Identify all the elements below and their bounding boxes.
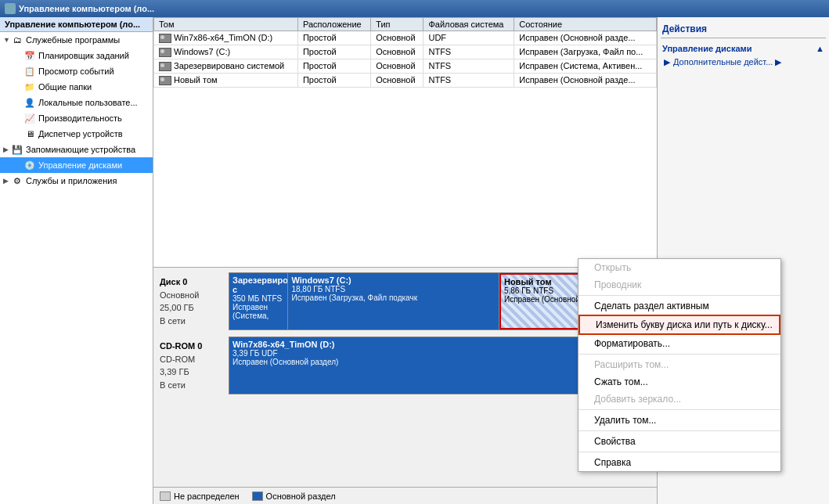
legend-item-0: Не распределен: [160, 491, 240, 501]
table-cell-2-3: NTFS: [424, 59, 514, 74]
table-header-3[interactable]: Файловая система: [424, 18, 514, 31]
context-menu-item-4[interactable]: Изменить букву диска или путь к диску...: [578, 315, 780, 335]
sidebar-item-label-local-users: Локальные пользовате...: [38, 98, 138, 107]
context-menu-item-3[interactable]: Сделать раздел активным: [578, 297, 780, 315]
table-header-0[interactable]: Том: [154, 18, 298, 31]
disk-table: ТомРасположениеТипФайловая системаСостоя…: [153, 17, 657, 88]
table-row[interactable]: Win7x86-x64_TimON (D:)ПростойОсновнойUDF…: [154, 31, 657, 45]
table-cell-1-0: Windows7 (C:): [154, 45, 298, 59]
table-header-2[interactable]: Тип: [371, 18, 424, 31]
tree-icon-task-sched: 📅: [23, 49, 36, 62]
context-menu-item-1: Проводник: [578, 276, 780, 293]
context-menu-item-11[interactable]: Удалить том...: [578, 412, 780, 429]
table-cell-3-4: Исправен (Основной разде...: [514, 74, 657, 88]
legend-box-0: [160, 491, 171, 501]
cdrom0-size: 3,39 ГБ: [160, 365, 225, 379]
more-actions-link[interactable]: ▶ Дополнительные дейст... ▶: [661, 56, 826, 69]
context-menu-item-5[interactable]: Форматировать...: [578, 335, 780, 352]
part-status-1: Исправен (Загрузка, Файл подкачк: [291, 293, 496, 302]
sidebar-item-local-users[interactable]: 👤Локальные пользовате...: [0, 95, 153, 110]
context-menu-item-15[interactable]: Справка: [578, 454, 780, 471]
actions-disk-mgmt-title[interactable]: Управление дисками ▲: [661, 41, 826, 56]
disk0-size: 25,00 ГБ: [160, 301, 225, 315]
disk0-label: Диск 0 Основной 25,00 ГБ В сети: [158, 272, 229, 330]
table-row[interactable]: Новый томПростойОсновнойNTFSИсправен (Ос…: [154, 74, 657, 88]
table-cell-0-4: Исправен (Основной разде...: [514, 31, 657, 45]
more-actions-icon: ▶: [664, 57, 670, 67]
legend-label-1: Основной раздел: [266, 491, 336, 501]
table-row[interactable]: Зарезервировано системойПростойОсновнойN…: [154, 59, 657, 74]
disk0-partition-0[interactable]: Зарезервировано с 350 МБ NTFS Исправен (…: [229, 273, 288, 329]
table-cell-0-2: Основной: [371, 31, 424, 45]
context-menu: ОткрытьПроводникСделать раздел активнымИ…: [578, 258, 781, 472]
title-bar: Управление компьютером (ло...: [0, 0, 829, 17]
sidebar-item-label-storage: Запоминающие устройства: [26, 145, 135, 154]
sidebar-item-label-device-mgr: Диспетчер устройств: [38, 129, 123, 139]
legend-bar: Не распределенОсновной раздел: [153, 487, 657, 504]
sidebar-item-event-view[interactable]: 📋Просмотр событий: [0, 63, 153, 79]
legend: Не распределенОсновной раздел: [160, 491, 336, 501]
legend-item-1: Основной раздел: [252, 491, 336, 501]
disk0-partition-1[interactable]: Windows7 (C:) 18,80 ГБ NTFS Исправен (За…: [288, 273, 499, 329]
table-row[interactable]: Windows7 (C:)ПростойОсновнойNTFSИсправен…: [154, 45, 657, 59]
sidebar-item-device-mgr[interactable]: 🖥Диспетчер устройств: [0, 126, 153, 142]
sidebar-item-label-task-sched: Планировщик заданий: [38, 51, 129, 60]
sidebar-tree: ▼🗂Служебные программы📅Планировщик задани…: [0, 32, 153, 189]
sidebar-item-storage[interactable]: ▶💾Запоминающие устройства: [0, 142, 153, 157]
part-name-1: Windows7 (C:): [291, 275, 496, 285]
cdrom0-type: CD-ROM: [160, 353, 225, 366]
sidebar-item-services[interactable]: ▶⚙Службы и приложения: [0, 173, 153, 189]
sidebar-item-label-disk-mgmt: Управление дисками: [38, 160, 122, 170]
sidebar-item-label-shared-folders: Общие папки: [38, 82, 92, 92]
table-cell-2-0: Зарезервировано системой: [154, 59, 298, 74]
actions-arrow-icon: ▲: [816, 44, 824, 53]
tree-icon-device-mgr: 🖥: [23, 128, 36, 140]
context-menu-separator-10: [578, 409, 780, 410]
sidebar-item-label-event-view: Просмотр событий: [38, 67, 114, 76]
disk0-status: В сети: [160, 315, 225, 328]
sidebar-item-task-sched[interactable]: 📅Планировщик заданий: [0, 48, 153, 63]
tree-icon-disk-mgmt: 💿: [23, 159, 36, 171]
table-cell-0-3: UDF: [424, 31, 514, 45]
context-menu-separator-12: [578, 430, 780, 431]
tree-arrow-storage[interactable]: ▶: [3, 146, 11, 153]
sidebar-item-disk-mgmt[interactable]: 💿Управление дисками: [0, 157, 153, 173]
table-header-1[interactable]: Расположение: [297, 18, 370, 31]
sidebar-item-label-perf: Производительность: [38, 113, 122, 123]
table-cell-3-3: NTFS: [424, 74, 514, 88]
part-name-0: Зарезервировано с: [232, 275, 284, 294]
tree-arrow-services[interactable]: ▶: [3, 177, 11, 185]
actions-disk-mgmt-label: Управление дисками: [662, 44, 752, 53]
table-cell-3-2: Основной: [371, 74, 424, 88]
tree-icon-services: ⚙: [11, 175, 23, 187]
sidebar: Управление компьютером (ло... ▼🗂Служебны…: [0, 17, 153, 504]
sidebar-item-perf[interactable]: 📈Производительность: [0, 110, 153, 126]
tree-arrow-sys-tools[interactable]: ▼: [3, 36, 11, 44]
title-text: Управление компьютером (ло...: [19, 4, 154, 13]
context-menu-item-0: Открыть: [578, 259, 780, 276]
table-cell-2-2: Основной: [371, 59, 424, 74]
sidebar-item-label-services: Службы и приложения: [26, 176, 117, 185]
legend-box-1: [252, 491, 263, 501]
table-header-4[interactable]: Состояние: [514, 18, 657, 31]
table-cell-1-1: Простой: [297, 45, 370, 59]
table-cell-3-1: Простой: [297, 74, 370, 88]
context-menu-separator-2: [578, 295, 780, 296]
tree-icon-sys-tools: 🗂: [11, 34, 23, 46]
tree-icon-perf: 📈: [23, 112, 36, 124]
tree-icon-local-users: 👤: [23, 96, 36, 109]
part-size-1: 18,80 ГБ NTFS: [291, 285, 496, 293]
context-menu-item-8[interactable]: Сжать том...: [578, 373, 780, 391]
context-menu-item-13[interactable]: Свойства: [578, 433, 780, 450]
table-cell-2-4: Исправен (Система, Активен...: [514, 59, 657, 74]
context-menu-separator-6: [578, 354, 780, 355]
table-scroll[interactable]: ТомРасположениеТипФайловая системаСостоя…: [153, 17, 657, 267]
sidebar-item-sys-tools[interactable]: ▼🗂Служебные программы: [0, 32, 153, 48]
sidebar-item-shared-folders[interactable]: 📁Общие папки: [0, 79, 153, 95]
cdrom0-name: CD-ROM 0: [160, 340, 225, 353]
table-cell-2-1: Простой: [297, 59, 370, 74]
cdrom0-label: CD-ROM 0 CD-ROM 3,39 ГБ В сети: [158, 337, 229, 394]
table-cell-0-1: Простой: [297, 31, 370, 45]
table-cell-3-0: Новый том: [154, 74, 298, 88]
disk0-name: Диск 0: [160, 275, 225, 289]
